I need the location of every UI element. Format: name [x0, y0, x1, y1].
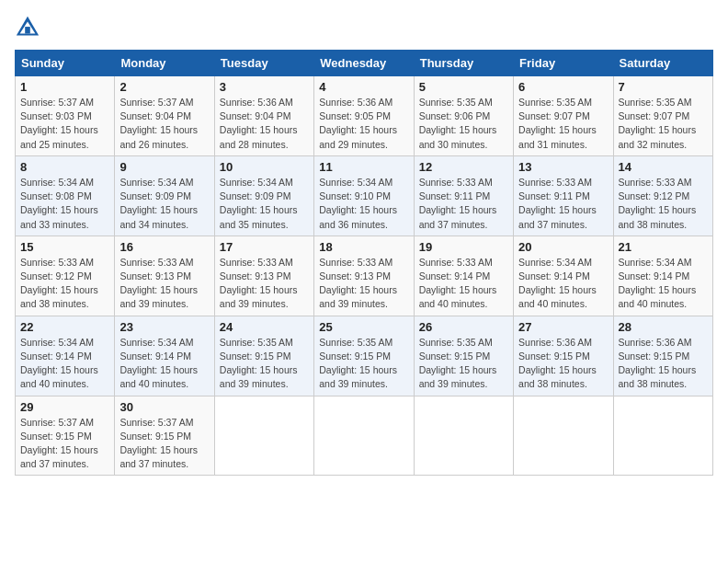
day-detail: Sunrise: 5:34 AMSunset: 9:09 PMDaylight:… — [119, 177, 198, 230]
week-row-4: 22Sunrise: 5:34 AMSunset: 9:14 PMDayligh… — [16, 316, 713, 396]
day-number: 12 — [419, 160, 508, 174]
day-number: 11 — [319, 160, 408, 174]
day-detail: Sunrise: 5:35 AMSunset: 9:06 PMDaylight:… — [419, 97, 497, 150]
header — [15, 15, 713, 40]
day-cell: 17Sunrise: 5:33 AMSunset: 9:13 PMDayligh… — [214, 236, 313, 316]
day-number: 9 — [119, 160, 209, 174]
day-number: 5 — [419, 80, 508, 94]
header-cell-sunday: Sunday — [16, 51, 115, 76]
day-number: 20 — [518, 240, 608, 254]
day-detail: Sunrise: 5:34 AMSunset: 9:10 PMDaylight:… — [319, 177, 397, 230]
day-number: 25 — [319, 320, 408, 334]
day-number: 28 — [619, 320, 708, 334]
day-number: 4 — [319, 80, 408, 94]
day-number: 23 — [119, 320, 209, 334]
week-row-3: 15Sunrise: 5:33 AMSunset: 9:12 PMDayligh… — [16, 236, 713, 316]
day-cell: 28Sunrise: 5:36 AMSunset: 9:15 PMDayligh… — [613, 316, 712, 396]
day-detail: Sunrise: 5:34 AMSunset: 9:14 PMDaylight:… — [119, 337, 198, 390]
day-cell: 16Sunrise: 5:33 AMSunset: 9:13 PMDayligh… — [115, 236, 214, 316]
logo-icon — [15, 15, 40, 40]
day-detail: Sunrise: 5:37 AMSunset: 9:15 PMDaylight:… — [119, 417, 198, 470]
day-number: 8 — [20, 160, 109, 174]
day-detail: Sunrise: 5:33 AMSunset: 9:13 PMDaylight:… — [119, 257, 198, 310]
day-number: 29 — [20, 400, 109, 414]
day-number: 22 — [20, 320, 109, 334]
day-cell: 30Sunrise: 5:37 AMSunset: 9:15 PMDayligh… — [115, 396, 214, 476]
day-detail: Sunrise: 5:33 AMSunset: 9:13 PMDaylight:… — [319, 257, 397, 310]
calendar-table: SundayMondayTuesdayWednesdayThursdayFrid… — [15, 50, 713, 476]
day-number: 13 — [518, 160, 608, 174]
day-detail: Sunrise: 5:33 AMSunset: 9:11 PMDaylight:… — [419, 177, 497, 230]
day-cell: 15Sunrise: 5:33 AMSunset: 9:12 PMDayligh… — [16, 236, 115, 316]
day-cell: 4Sunrise: 5:36 AMSunset: 9:05 PMDaylight… — [314, 76, 414, 156]
svg-rect-2 — [25, 27, 30, 33]
day-detail: Sunrise: 5:34 AMSunset: 9:08 PMDaylight:… — [20, 177, 98, 230]
day-cell: 24Sunrise: 5:35 AMSunset: 9:15 PMDayligh… — [214, 316, 313, 396]
day-detail: Sunrise: 5:37 AMSunset: 9:03 PMDaylight:… — [20, 97, 98, 150]
day-cell: 5Sunrise: 5:35 AMSunset: 9:06 PMDaylight… — [414, 76, 513, 156]
day-detail: Sunrise: 5:35 AMSunset: 9:15 PMDaylight:… — [220, 337, 298, 390]
day-cell: 19Sunrise: 5:33 AMSunset: 9:14 PMDayligh… — [414, 236, 513, 316]
day-number: 30 — [119, 400, 209, 414]
day-cell: 6Sunrise: 5:35 AMSunset: 9:07 PMDaylight… — [514, 76, 613, 156]
week-row-2: 8Sunrise: 5:34 AMSunset: 9:08 PMDaylight… — [16, 155, 713, 236]
day-number: 2 — [119, 80, 209, 94]
day-number: 16 — [119, 240, 209, 254]
day-number: 10 — [220, 160, 309, 174]
day-cell: 26Sunrise: 5:35 AMSunset: 9:15 PMDayligh… — [414, 316, 513, 396]
day-detail: Sunrise: 5:35 AMSunset: 9:07 PMDaylight:… — [619, 97, 697, 150]
day-cell — [214, 396, 313, 476]
day-cell: 22Sunrise: 5:34 AMSunset: 9:14 PMDayligh… — [16, 316, 115, 396]
day-detail: Sunrise: 5:35 AMSunset: 9:15 PMDaylight:… — [319, 337, 397, 390]
day-detail: Sunrise: 5:37 AMSunset: 9:15 PMDaylight:… — [20, 417, 98, 470]
day-number: 21 — [619, 240, 708, 254]
day-cell: 3Sunrise: 5:36 AMSunset: 9:04 PMDaylight… — [214, 76, 313, 156]
day-cell — [414, 396, 513, 476]
day-cell: 18Sunrise: 5:33 AMSunset: 9:13 PMDayligh… — [314, 236, 414, 316]
day-detail: Sunrise: 5:33 AMSunset: 9:11 PMDaylight:… — [518, 177, 597, 230]
day-number: 6 — [518, 80, 608, 94]
week-row-1: 1Sunrise: 5:37 AMSunset: 9:03 PMDaylight… — [16, 76, 713, 156]
day-number: 19 — [419, 240, 508, 254]
day-cell: 21Sunrise: 5:34 AMSunset: 9:14 PMDayligh… — [613, 236, 712, 316]
header-cell-tuesday: Tuesday — [214, 51, 313, 76]
day-cell — [314, 396, 414, 476]
day-detail: Sunrise: 5:37 AMSunset: 9:04 PMDaylight:… — [119, 97, 198, 150]
day-number: 27 — [518, 320, 608, 334]
day-cell — [514, 396, 613, 476]
day-cell: 14Sunrise: 5:33 AMSunset: 9:12 PMDayligh… — [613, 155, 712, 236]
day-number: 1 — [20, 80, 109, 94]
day-cell: 11Sunrise: 5:34 AMSunset: 9:10 PMDayligh… — [314, 155, 414, 236]
day-cell — [613, 396, 712, 476]
day-number: 14 — [619, 160, 708, 174]
day-cell: 8Sunrise: 5:34 AMSunset: 9:08 PMDaylight… — [16, 155, 115, 236]
day-detail: Sunrise: 5:33 AMSunset: 9:13 PMDaylight:… — [220, 257, 298, 310]
day-detail: Sunrise: 5:36 AMSunset: 9:04 PMDaylight:… — [220, 97, 298, 150]
day-number: 18 — [319, 240, 408, 254]
day-detail: Sunrise: 5:36 AMSunset: 9:15 PMDaylight:… — [619, 337, 697, 390]
day-number: 24 — [220, 320, 309, 334]
day-detail: Sunrise: 5:33 AMSunset: 9:12 PMDaylight:… — [619, 177, 697, 230]
day-detail: Sunrise: 5:34 AMSunset: 9:14 PMDaylight:… — [619, 257, 697, 310]
day-cell: 7Sunrise: 5:35 AMSunset: 9:07 PMDaylight… — [613, 76, 712, 156]
day-cell: 23Sunrise: 5:34 AMSunset: 9:14 PMDayligh… — [115, 316, 214, 396]
day-number: 26 — [419, 320, 508, 334]
day-detail: Sunrise: 5:35 AMSunset: 9:15 PMDaylight:… — [419, 337, 497, 390]
day-number: 7 — [619, 80, 708, 94]
day-cell: 29Sunrise: 5:37 AMSunset: 9:15 PMDayligh… — [16, 396, 115, 476]
day-cell: 10Sunrise: 5:34 AMSunset: 9:09 PMDayligh… — [214, 155, 313, 236]
day-detail: Sunrise: 5:34 AMSunset: 9:14 PMDaylight:… — [518, 257, 597, 310]
day-cell: 20Sunrise: 5:34 AMSunset: 9:14 PMDayligh… — [514, 236, 613, 316]
day-cell: 25Sunrise: 5:35 AMSunset: 9:15 PMDayligh… — [314, 316, 414, 396]
day-detail: Sunrise: 5:33 AMSunset: 9:12 PMDaylight:… — [20, 257, 98, 310]
header-cell-monday: Monday — [115, 51, 214, 76]
day-cell: 1Sunrise: 5:37 AMSunset: 9:03 PMDaylight… — [16, 76, 115, 156]
header-cell-wednesday: Wednesday — [314, 51, 414, 76]
day-detail: Sunrise: 5:36 AMSunset: 9:05 PMDaylight:… — [319, 97, 397, 150]
day-cell: 2Sunrise: 5:37 AMSunset: 9:04 PMDaylight… — [115, 76, 214, 156]
day-number: 15 — [20, 240, 109, 254]
day-detail: Sunrise: 5:34 AMSunset: 9:14 PMDaylight:… — [20, 337, 98, 390]
day-detail: Sunrise: 5:33 AMSunset: 9:14 PMDaylight:… — [419, 257, 497, 310]
header-cell-thursday: Thursday — [414, 51, 513, 76]
logo — [15, 15, 44, 40]
